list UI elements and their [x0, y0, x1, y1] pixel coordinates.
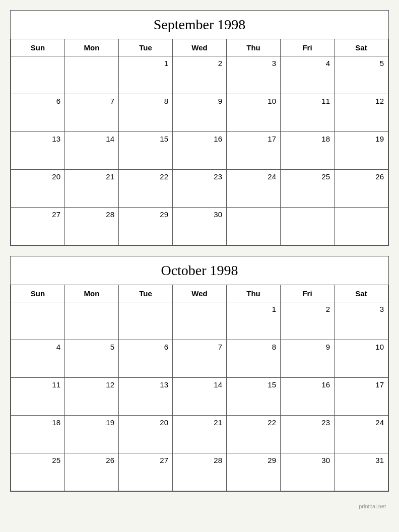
day-cell: 9	[281, 340, 335, 378]
day-cell: 13	[119, 378, 173, 416]
header-thu: Thu	[227, 39, 281, 56]
september-grid: Sun Mon Tue Wed Thu Fri Sat 1 2 3 4 5 6 …	[11, 39, 388, 245]
day-cell: 14	[173, 378, 227, 416]
header-sat: Sat	[335, 39, 388, 56]
day-cell: 31	[335, 453, 388, 491]
september-title: September 1998	[11, 11, 388, 39]
day-cell: 12	[65, 378, 119, 416]
day-cell: 15	[227, 378, 281, 416]
day-cell: 20	[11, 170, 65, 208]
header-tue: Tue	[119, 285, 173, 302]
day-cell: 24	[227, 170, 281, 208]
day-cell: 6	[119, 340, 173, 378]
header-mon: Mon	[65, 39, 119, 56]
day-cell: 12	[335, 94, 388, 132]
day-cell: 17	[335, 378, 388, 416]
header-fri: Fri	[281, 285, 335, 302]
day-cell	[11, 302, 65, 340]
day-cell: 7	[173, 340, 227, 378]
day-cell: 5	[65, 340, 119, 378]
day-cell: 20	[119, 416, 173, 453]
day-cell: 1	[119, 56, 173, 94]
day-cell: 22	[119, 170, 173, 208]
day-cell	[173, 302, 227, 340]
header-fri: Fri	[281, 39, 335, 56]
header-sat: Sat	[335, 285, 388, 302]
day-cell: 21	[173, 416, 227, 453]
day-cell: 28	[173, 453, 227, 491]
day-cell: 29	[227, 453, 281, 491]
day-cell: 15	[119, 132, 173, 170]
day-cell: 26	[335, 170, 388, 208]
day-cell: 9	[173, 94, 227, 132]
header-mon: Mon	[65, 285, 119, 302]
day-cell	[119, 302, 173, 340]
day-cell: 23	[281, 416, 335, 453]
day-cell: 5	[335, 56, 388, 94]
day-cell: 17	[227, 132, 281, 170]
header-sun: Sun	[11, 285, 65, 302]
day-cell: 29	[119, 208, 173, 245]
day-cell: 3	[227, 56, 281, 94]
day-cell: 2	[281, 302, 335, 340]
day-cell: 22	[227, 416, 281, 453]
day-cell: 11	[11, 378, 65, 416]
day-cell	[11, 56, 65, 94]
day-cell	[335, 208, 388, 245]
day-cell: 16	[173, 132, 227, 170]
day-cell: 14	[65, 132, 119, 170]
day-cell: 6	[11, 94, 65, 132]
day-cell: 19	[335, 132, 388, 170]
september-calendar: September 1998 Sun Mon Tue Wed Thu Fri S…	[10, 10, 389, 246]
day-cell: 25	[11, 453, 65, 491]
day-cell: 24	[335, 416, 388, 453]
header-wed: Wed	[173, 39, 227, 56]
day-cell: 27	[119, 453, 173, 491]
day-cell	[65, 302, 119, 340]
day-cell: 27	[11, 208, 65, 245]
day-cell	[227, 208, 281, 245]
day-cell: 10	[335, 340, 388, 378]
day-cell: 3	[335, 302, 388, 340]
day-cell: 8	[227, 340, 281, 378]
day-cell: 18	[11, 416, 65, 453]
day-cell: 28	[65, 208, 119, 245]
day-cell: 4	[11, 340, 65, 378]
day-cell: 13	[11, 132, 65, 170]
day-cell: 8	[119, 94, 173, 132]
day-cell: 16	[281, 378, 335, 416]
day-cell: 23	[173, 170, 227, 208]
day-cell: 4	[281, 56, 335, 94]
header-wed: Wed	[173, 285, 227, 302]
header-tue: Tue	[119, 39, 173, 56]
day-cell: 21	[65, 170, 119, 208]
header-thu: Thu	[227, 285, 281, 302]
watermark: printcal.net	[10, 502, 389, 511]
day-cell: 2	[173, 56, 227, 94]
day-cell: 19	[65, 416, 119, 453]
day-cell: 18	[281, 132, 335, 170]
day-cell: 7	[65, 94, 119, 132]
day-cell	[65, 56, 119, 94]
day-cell: 30	[281, 453, 335, 491]
day-cell: 11	[281, 94, 335, 132]
day-cell: 1	[227, 302, 281, 340]
day-cell: 30	[173, 208, 227, 245]
day-cell: 10	[227, 94, 281, 132]
october-grid: Sun Mon Tue Wed Thu Fri Sat 1 2 3 4 5 6 …	[11, 285, 388, 491]
day-cell: 26	[65, 453, 119, 491]
day-cell	[281, 208, 335, 245]
october-title: October 1998	[11, 256, 388, 285]
header-sun: Sun	[11, 39, 65, 56]
october-calendar: October 1998 Sun Mon Tue Wed Thu Fri Sat…	[10, 256, 389, 492]
day-cell: 25	[281, 170, 335, 208]
